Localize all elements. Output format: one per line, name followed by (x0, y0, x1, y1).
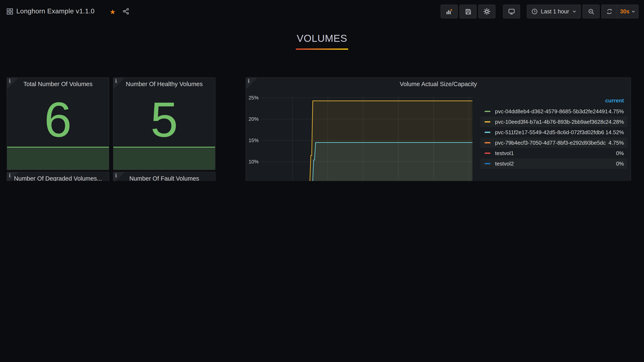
legend-series-color (484, 142, 490, 143)
save-dashboard-icon (465, 8, 472, 15)
navbar: Longhorn Example v1.1.0 ★ (0, 0, 644, 23)
refresh-button[interactable] (601, 4, 617, 18)
legend-series-current: 4.75% (608, 108, 624, 115)
dashboard-settings-button[interactable] (478, 4, 496, 18)
time-range-picker[interactable]: Last 1 hour (527, 4, 581, 18)
legend-series-color (484, 132, 490, 133)
legend-series-color (484, 111, 490, 112)
legend-series-color (484, 163, 490, 164)
tv-mode-icon (508, 8, 515, 15)
zoom-out-icon (588, 8, 594, 15)
stat-panel-3: iNumber Of Fault Volumes0 (113, 172, 216, 181)
graph-panel-volume-actual-size: i Volume Actual Size/Capacity 0%5%10%15%… (246, 77, 631, 181)
legend-row[interactable]: testvol10% (480, 148, 627, 159)
dashboard-root: Longhorn Example v1.1.0 ★ (0, 0, 644, 181)
stat-panel-title[interactable]: Number Of Degraded Volumes... (7, 175, 109, 181)
legend-series-color (484, 121, 490, 123)
refresh-icon (606, 8, 612, 15)
share-icon[interactable] (122, 8, 129, 15)
stat-panel-title[interactable]: Number Of Fault Volumes (114, 175, 215, 181)
y-tick-label: 25% (247, 95, 258, 101)
legend-series-name[interactable]: testvol1 (495, 150, 616, 156)
stat-sparkline (114, 147, 215, 170)
section-heading: VOLUMES (0, 33, 644, 49)
legend-row[interactable]: pvc-511f2e17-5549-42d5-8c6d-072f3d02fdb6… (480, 127, 627, 138)
y-tick-label: 10% (247, 159, 258, 165)
favorite-star-icon[interactable]: ★ (110, 8, 116, 16)
time-range-label: Last 1 hour (541, 8, 569, 15)
section-heading-underline (296, 48, 348, 49)
chevron-down-icon (632, 10, 636, 13)
toolbar: Last 1 hour (441, 4, 638, 18)
chevron-down-icon (572, 10, 576, 13)
stat-panel-0: iTotal Number Of Volumes6 (7, 77, 109, 170)
graph-plot-area[interactable] (261, 97, 472, 181)
stat-sparkline (7, 147, 109, 170)
section-heading-text: VOLUMES (0, 33, 644, 44)
legend-series-name[interactable]: testvol2 (495, 161, 616, 167)
stat-panel-1: iNumber Of Healthy Volumes5 (113, 77, 216, 170)
legend-series-current: 24.28% (606, 119, 624, 125)
graph-panel-title[interactable]: Volume Actual Size/Capacity (246, 81, 630, 87)
add-panel-icon (446, 8, 453, 15)
add-panel-button[interactable] (441, 4, 458, 18)
zoom-out-button[interactable] (582, 4, 600, 18)
legend-current-header[interactable]: current (605, 97, 624, 104)
y-tick-label: 5% (247, 180, 258, 181)
legend-series-name[interactable]: pvc-04dd8eb4-d362-4579-8685-5b3d2fe24491 (495, 108, 608, 115)
save-dashboard-button[interactable] (460, 4, 477, 18)
legend-series-color (484, 153, 490, 154)
legend-series-name[interactable]: pvc-10eed3f4-b7a1-4b76-893b-2bb9aef3628d (495, 119, 606, 125)
stat-panel-2: iNumber Of Degraded Volumes...0 (7, 172, 109, 181)
y-tick-label: 20% (247, 116, 258, 122)
legend-series-current: 0% (616, 150, 624, 156)
tv-mode-button[interactable] (503, 4, 520, 18)
refresh-controls: 30s (601, 4, 638, 18)
stat-panels-grid: iTotal Number Of Volumes6iNumber Of Heal… (7, 77, 216, 181)
legend-series-name[interactable]: pvc-79b4ecf3-7050-4d77-8bf3-e292d93be5dc (495, 140, 608, 146)
stat-value: 5 (114, 92, 215, 147)
refresh-interval-label: 30s (620, 8, 629, 15)
dashboard-title[interactable]: Longhorn Example v1.1.0 (16, 7, 94, 15)
legend-row[interactable]: testvol20% (480, 159, 627, 169)
legend-series-current: 4.75% (608, 140, 624, 146)
legend-row[interactable]: pvc-04dd8eb4-d362-4579-8685-5b3d2fe24491… (480, 106, 627, 117)
dashboards-grid-icon[interactable] (7, 8, 13, 15)
y-tick-label: 15% (247, 138, 258, 143)
legend-series-name[interactable]: pvc-511f2e17-5549-42d5-8c6d-072f3d02fdb6 (495, 129, 606, 135)
stat-panel-title[interactable]: Total Number Of Volumes (7, 81, 109, 87)
clock-icon (532, 8, 538, 15)
legend-row[interactable]: pvc-79b4ecf3-7050-4d77-8bf3-e292d93be5dc… (480, 138, 627, 148)
stat-value: 6 (7, 92, 109, 147)
legend-series-current: 14.52% (606, 129, 624, 135)
stat-panel-title[interactable]: Number Of Healthy Volumes (114, 81, 215, 87)
settings-gear-icon (484, 8, 491, 15)
refresh-interval-dropdown[interactable]: 30s (617, 4, 638, 18)
legend-series-current: 0% (616, 161, 624, 167)
legend-row[interactable]: pvc-10eed3f4-b7a1-4b76-893b-2bb9aef3628d… (480, 117, 627, 127)
